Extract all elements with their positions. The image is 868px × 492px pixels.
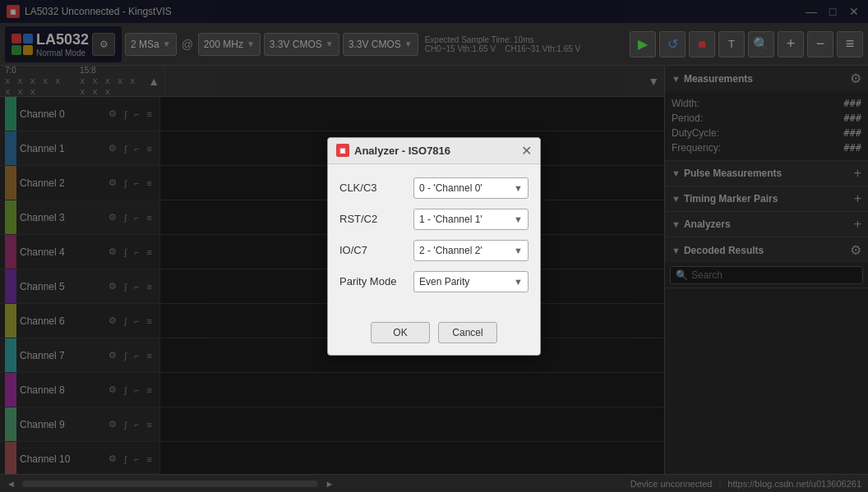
clk-c3-select[interactable]: 0 - 'Channel 0' ▼	[413, 177, 529, 199]
modal-title: Analyzer - ISO7816	[354, 145, 516, 157]
cancel-button[interactable]: Cancel	[438, 322, 497, 343]
rst-c2-row: RST/C2 1 - 'Channel 1' ▼	[339, 209, 529, 230]
ok-button[interactable]: OK	[371, 322, 430, 343]
rst-c2-select[interactable]: 1 - 'Channel 1' ▼	[413, 209, 529, 230]
parity-mode-row: Parity Mode Even Parity ▼	[339, 271, 529, 292]
clk-c3-arrow-icon: ▼	[514, 183, 523, 193]
modal-body: CLK/C3 0 - 'Channel 0' ▼ RST/C2 1 - 'Cha…	[328, 164, 540, 315]
modal-dialog: ▣ Analyzer - ISO7816 ✕ CLK/C3 0 - 'Chann…	[327, 137, 541, 356]
io-c7-arrow-icon: ▼	[514, 246, 523, 255]
rst-c2-label: RST/C2	[339, 213, 413, 225]
modal-close-button[interactable]: ✕	[521, 143, 532, 159]
rst-c2-arrow-icon: ▼	[514, 214, 523, 224]
clk-c3-row: CLK/C3 0 - 'Channel 0' ▼	[339, 177, 529, 199]
io-c7-select[interactable]: 2 - 'Channel 2' ▼	[413, 240, 529, 261]
modal-footer: OK Cancel	[328, 315, 540, 355]
parity-mode-arrow-icon: ▼	[514, 277, 523, 287]
clk-c3-label: CLK/C3	[339, 182, 413, 194]
io-c7-row: IO/C7 2 - 'Channel 2' ▼	[339, 240, 529, 261]
modal-app-icon: ▣	[336, 144, 349, 157]
io-c7-label: IO/C7	[339, 244, 413, 256]
modal-overlay: ▣ Analyzer - ISO7816 ✕ CLK/C3 0 - 'Chann…	[0, 0, 868, 492]
parity-mode-label: Parity Mode	[339, 275, 413, 287]
parity-mode-select[interactable]: Even Parity ▼	[413, 271, 529, 292]
modal-header: ▣ Analyzer - ISO7816 ✕	[328, 138, 540, 164]
